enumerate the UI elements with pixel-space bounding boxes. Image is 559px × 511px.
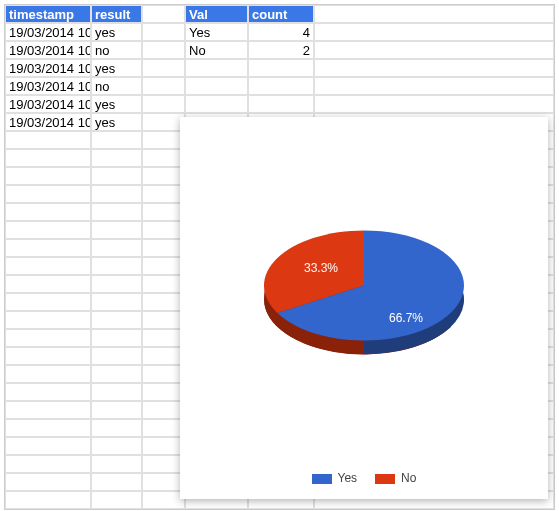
empty-cell[interactable]	[91, 167, 142, 185]
empty-cell[interactable]	[91, 437, 142, 455]
empty-cell[interactable]	[5, 239, 91, 257]
empty-cell[interactable]	[185, 77, 248, 95]
empty-cell[interactable]	[248, 77, 314, 95]
empty-cell[interactable]	[314, 41, 554, 59]
empty-cell[interactable]	[91, 275, 142, 293]
cell-timestamp[interactable]: 19/03/2014 10:	[5, 77, 91, 95]
empty-cell[interactable]	[91, 221, 142, 239]
empty-cell[interactable]	[142, 203, 185, 221]
empty-cell[interactable]	[142, 383, 185, 401]
empty-cell[interactable]	[314, 23, 554, 41]
empty-cell[interactable]	[91, 329, 142, 347]
empty-cell[interactable]	[91, 203, 142, 221]
empty-cell[interactable]	[5, 203, 91, 221]
cell-timestamp[interactable]: 19/03/2014 10:	[5, 23, 91, 41]
empty-cell[interactable]	[142, 5, 185, 23]
empty-cell[interactable]	[91, 401, 142, 419]
empty-cell[interactable]	[91, 491, 142, 509]
empty-cell[interactable]	[142, 401, 185, 419]
col-header-result[interactable]: result	[91, 5, 142, 23]
empty-cell[interactable]	[5, 329, 91, 347]
cell-timestamp[interactable]: 19/03/2014 10:	[5, 95, 91, 113]
cell-result[interactable]: yes	[91, 59, 142, 77]
cell-timestamp[interactable]: 19/03/2014 10:	[5, 59, 91, 77]
empty-cell[interactable]	[142, 221, 185, 239]
empty-cell[interactable]	[185, 59, 248, 77]
cell-result[interactable]: no	[91, 77, 142, 95]
empty-cell[interactable]	[142, 275, 185, 293]
empty-cell[interactable]	[142, 293, 185, 311]
cell-timestamp[interactable]: 19/03/2014 10:	[5, 41, 91, 59]
cell-count[interactable]: 2	[248, 41, 314, 59]
empty-cell[interactable]	[91, 239, 142, 257]
col-header-count[interactable]: count	[248, 5, 314, 23]
col-header-timestamp[interactable]: timestamp	[5, 5, 91, 23]
empty-cell[interactable]	[5, 455, 91, 473]
empty-cell[interactable]	[5, 473, 91, 491]
empty-cell[interactable]	[5, 185, 91, 203]
cell-result[interactable]: no	[91, 41, 142, 59]
empty-cell[interactable]	[142, 491, 185, 509]
empty-cell[interactable]	[314, 59, 554, 77]
empty-cell[interactable]	[5, 383, 91, 401]
empty-cell[interactable]	[5, 401, 91, 419]
empty-cell[interactable]	[91, 131, 142, 149]
empty-cell[interactable]	[5, 167, 91, 185]
empty-cell[interactable]	[91, 311, 142, 329]
empty-cell[interactable]	[91, 347, 142, 365]
empty-cell[interactable]	[314, 5, 554, 23]
empty-cell[interactable]	[314, 77, 554, 95]
empty-cell[interactable]	[248, 95, 314, 113]
empty-cell[interactable]	[5, 149, 91, 167]
empty-cell[interactable]	[5, 491, 91, 509]
empty-cell[interactable]	[5, 257, 91, 275]
empty-cell[interactable]	[142, 347, 185, 365]
empty-cell[interactable]	[142, 59, 185, 77]
empty-cell[interactable]	[91, 455, 142, 473]
empty-cell[interactable]	[5, 221, 91, 239]
cell-result[interactable]: yes	[91, 95, 142, 113]
cell-result[interactable]: yes	[91, 23, 142, 41]
empty-cell[interactable]	[91, 383, 142, 401]
empty-cell[interactable]	[142, 239, 185, 257]
empty-cell[interactable]	[5, 365, 91, 383]
empty-cell[interactable]	[142, 419, 185, 437]
empty-cell[interactable]	[142, 329, 185, 347]
empty-cell[interactable]	[185, 95, 248, 113]
empty-cell[interactable]	[142, 167, 185, 185]
empty-cell[interactable]	[91, 473, 142, 491]
empty-cell[interactable]	[142, 311, 185, 329]
empty-cell[interactable]	[5, 419, 91, 437]
empty-cell[interactable]	[5, 311, 91, 329]
empty-cell[interactable]	[248, 59, 314, 77]
empty-cell[interactable]	[142, 437, 185, 455]
empty-cell[interactable]	[91, 293, 142, 311]
col-header-val[interactable]: Val	[185, 5, 248, 23]
empty-cell[interactable]	[314, 95, 554, 113]
empty-cell[interactable]	[91, 257, 142, 275]
empty-cell[interactable]	[142, 23, 185, 41]
empty-cell[interactable]	[142, 95, 185, 113]
empty-cell[interactable]	[5, 347, 91, 365]
empty-cell[interactable]	[142, 149, 185, 167]
empty-cell[interactable]	[91, 365, 142, 383]
empty-cell[interactable]	[5, 131, 91, 149]
empty-cell[interactable]	[91, 185, 142, 203]
empty-cell[interactable]	[142, 455, 185, 473]
cell-result[interactable]: yes	[91, 113, 142, 131]
empty-cell[interactable]	[142, 113, 185, 131]
cell-count[interactable]: 4	[248, 23, 314, 41]
empty-cell[interactable]	[142, 257, 185, 275]
empty-cell[interactable]	[5, 293, 91, 311]
empty-cell[interactable]	[142, 473, 185, 491]
empty-cell[interactable]	[5, 437, 91, 455]
empty-cell[interactable]	[5, 275, 91, 293]
empty-cell[interactable]	[142, 131, 185, 149]
cell-val[interactable]: No	[185, 41, 248, 59]
empty-cell[interactable]	[91, 419, 142, 437]
empty-cell[interactable]	[142, 77, 185, 95]
cell-timestamp[interactable]: 19/03/2014 10:	[5, 113, 91, 131]
empty-cell[interactable]	[91, 149, 142, 167]
empty-cell[interactable]	[142, 185, 185, 203]
cell-val[interactable]: Yes	[185, 23, 248, 41]
